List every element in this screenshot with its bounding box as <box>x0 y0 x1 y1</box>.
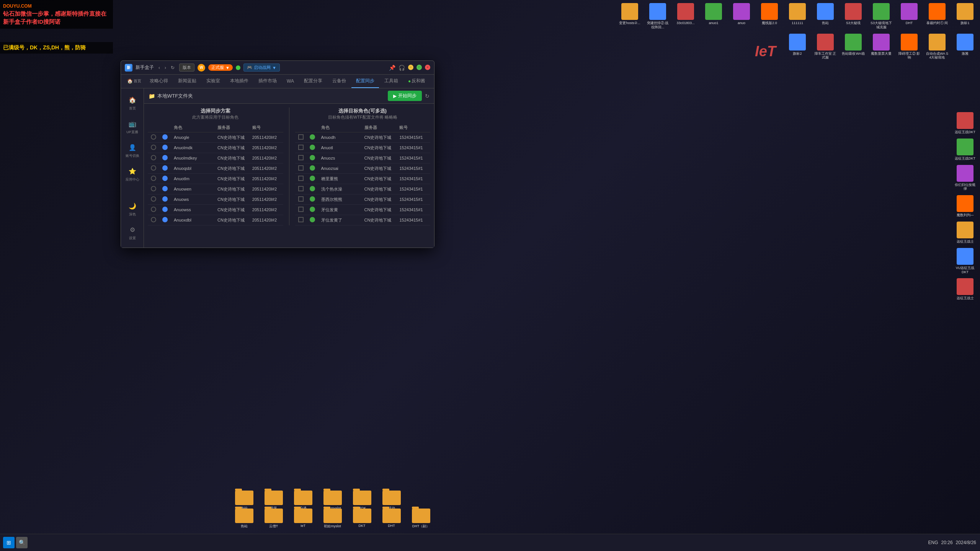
nav-forward[interactable]: › <box>163 64 168 71</box>
desktop-icon[interactable]: 旗标2 <box>784 33 810 61</box>
sidebar-item-darkmode[interactable]: 🌙 深色 <box>123 198 142 220</box>
desktop-icon[interactable]: 远征王战DKT <box>952 137 978 162</box>
table-row[interactable]: 栖里重熊 CN史诗地下城 15243415#1 <box>295 174 431 184</box>
table-row[interactable]: Anuolmdk CN史诗地下城 20511420I#2 <box>148 143 283 153</box>
nav-refresh[interactable]: ↻ <box>169 64 176 71</box>
table-row[interactable]: Anuozs CN史诗地下城 15243415#1 <box>295 153 431 163</box>
desktop-icon[interactable]: VU远征王战 DKT <box>952 247 978 276</box>
checkbox-cell[interactable] <box>295 153 307 163</box>
desktop-icon[interactable]: S3大秘境 <box>840 2 866 31</box>
desktop-icon[interactable]: 热站吸收WA稳 <box>840 33 866 61</box>
bottom-folder[interactable]: DHT（副） <box>408 509 433 529</box>
tab-local[interactable]: 本地插件 <box>225 75 253 88</box>
table-row[interactable]: Anuowen CN史诗地下城 20511420I#2 <box>148 184 283 194</box>
tab-feedback[interactable]: ●反和酱 <box>403 75 430 88</box>
refresh-button[interactable]: ↻ <box>425 93 430 99</box>
desktop-icon[interactable]: 突建控排② 战役阵回... <box>645 2 671 31</box>
tab-config-sync[interactable]: 配置同步 <box>351 75 379 88</box>
search-taskbar[interactable]: 🔍 <box>16 537 28 548</box>
table-row[interactable]: 墨西尔熊熊 CN史诗地下城 15243415#1 <box>295 194 431 205</box>
desktop-icon[interactable]: 111111 <box>784 2 810 31</box>
radio-cell[interactable] <box>148 132 159 143</box>
bottom-folder[interactable]: 初始myslot <box>320 509 345 529</box>
tab-attack[interactable]: 攻略心得 <box>145 75 173 88</box>
tab-plugin[interactable]: 插件市场 <box>254 75 281 88</box>
bottom-folder[interactable]: IeT <box>291 509 315 529</box>
table-row[interactable]: 洗个热水澡 CN史诗地下城 15243415#1 <box>295 184 431 194</box>
checkbox-cell[interactable] <box>295 215 307 225</box>
desktop-icon[interactable]: 障车工作室 正式服 <box>812 33 838 61</box>
checkbox-cell[interactable] <box>295 143 307 153</box>
version-button[interactable]: 版本 <box>179 64 194 72</box>
checkbox-cell[interactable] <box>295 132 307 143</box>
desktop-icon[interactable]: 变更hosts②... <box>617 2 643 31</box>
desktop-icon[interactable]: DHT <box>896 2 922 31</box>
radio-cell[interactable] <box>148 215 159 225</box>
nav-back[interactable]: ‹ <box>157 64 162 71</box>
tab-wa[interactable]: WA <box>282 75 299 88</box>
pin-button[interactable]: 📌 <box>389 65 395 71</box>
desktop-icon[interactable]: 远征王战DKT <box>952 111 978 135</box>
radio-cell[interactable] <box>148 184 159 194</box>
tab-lab[interactable]: 实验室 <box>202 75 225 88</box>
desktop-icon[interactable]: 33c01803... <box>673 2 699 31</box>
table-row[interactable]: Anuows CN史诗地下城 20511420I#2 <box>148 194 283 205</box>
bottom-folder[interactable]: 热站 <box>232 509 256 529</box>
desktop-icon[interactable]: 魔数显票大量 <box>868 33 894 61</box>
bottom-folder[interactable]: DHT <box>379 509 404 529</box>
table-row[interactable]: AnuotIm CN史诗地下城 20511420I#2 <box>148 174 283 184</box>
radio-cell[interactable] <box>148 194 159 205</box>
radio-cell[interactable] <box>148 153 159 163</box>
sidebar-item-home[interactable]: 🏠 首页 <box>123 92 142 114</box>
server-button[interactable]: 🎮 启动战网 ▼ <box>243 64 280 72</box>
sidebar-item-uplive[interactable]: 📺 UP直播 <box>123 116 142 138</box>
table-row[interactable]: 牙位发黄 CN史诗地下城 15243415#1 <box>295 205 431 215</box>
desktop-icon[interactable]: 远征王战士 <box>952 220 978 245</box>
bottom-folder[interactable]: 云僧T <box>261 509 286 529</box>
headphones-button[interactable]: 🎧 <box>399 65 405 71</box>
desktop-icon[interactable]: 泰裁约时① 间 <box>924 2 950 31</box>
desktop-icon[interactable]: 你们归位按规律 <box>952 164 978 192</box>
tab-home[interactable]: 🏠 首页 <box>124 75 144 88</box>
desktop-icon[interactable]: 热站 <box>812 2 838 31</box>
desktop-icon[interactable]: S3大秘境地下城克服 <box>868 2 894 31</box>
sidebar-item-appcenter[interactable]: ⭐ 应用中心 <box>123 163 142 185</box>
desktop-icon[interactable]: 旗标1 <box>952 2 978 31</box>
radio-cell[interactable] <box>148 174 159 184</box>
table-row[interactable]: 牙位发黄了 CN史诗地下城 15243415#1 <box>295 215 431 225</box>
maximize-button[interactable]: □ <box>416 65 422 70</box>
start-button[interactable]: ⊞ <box>3 537 15 548</box>
radio-cell[interactable] <box>148 143 159 153</box>
minimize-button[interactable]: − <box>408 65 413 70</box>
tab-news[interactable]: 新闻蓝贴 <box>173 75 201 88</box>
radio-cell[interactable] <box>148 205 159 215</box>
close-button[interactable]: × <box>425 65 430 70</box>
desktop-icon[interactable]: 远征王战士 <box>952 277 978 302</box>
checkbox-cell[interactable] <box>295 163 307 174</box>
table-row[interactable]: Anuowss CN史诗地下城 20511420I#2 <box>148 205 283 215</box>
checkbox-cell[interactable] <box>295 184 307 194</box>
tab-cloud-backup[interactable]: 云备份 <box>328 75 351 88</box>
checkbox-cell[interactable] <box>295 194 307 205</box>
checkbox-cell[interactable] <box>295 205 307 215</box>
checkbox-cell[interactable] <box>295 174 307 184</box>
table-row[interactable]: Anuolmdkey CN史诗地下城 20511420I#2 <box>148 153 283 163</box>
table-row[interactable]: Anuozsai CN史诗地下城 15243415#1 <box>295 163 431 174</box>
desktop-icon[interactable]: anuo1 <box>701 2 727 31</box>
table-row[interactable]: Anuotl CN史诗地下城 15243415#1 <box>295 143 431 153</box>
sidebar-item-account[interactable]: 👤 账号切换 <box>123 140 142 161</box>
desktop-icon[interactable]: 自动合成WA S4大秘境地 <box>924 33 950 61</box>
radio-cell[interactable] <box>148 163 159 174</box>
table-row[interactable]: Anuoxdbl CN史诗地下城 20511420I#2 <box>148 215 283 225</box>
sidebar-item-settings[interactable]: ⚙ 设置 <box>123 222 142 244</box>
desktop-icon[interactable]: 障碍理工② 影响 <box>896 33 922 61</box>
start-sync-button[interactable]: ▶ 开始同步 <box>388 91 422 101</box>
table-row[interactable]: Anuodh CN史诗地下城 15243415#1 <box>295 132 431 143</box>
bottom-folder[interactable]: DKT <box>350 509 374 529</box>
tab-tools[interactable]: 工具箱 <box>380 75 403 88</box>
desktop-icon[interactable]: 魔线版2.0 <box>756 2 782 31</box>
desktop-icon[interactable]: 激雅 <box>952 33 978 61</box>
table-row[interactable]: Anuogle CN史诗地下城 20511420I#2 <box>148 132 283 143</box>
server-badge[interactable]: 正式服 ▼ <box>208 64 233 71</box>
desktop-icon[interactable]: anuo <box>728 2 755 31</box>
